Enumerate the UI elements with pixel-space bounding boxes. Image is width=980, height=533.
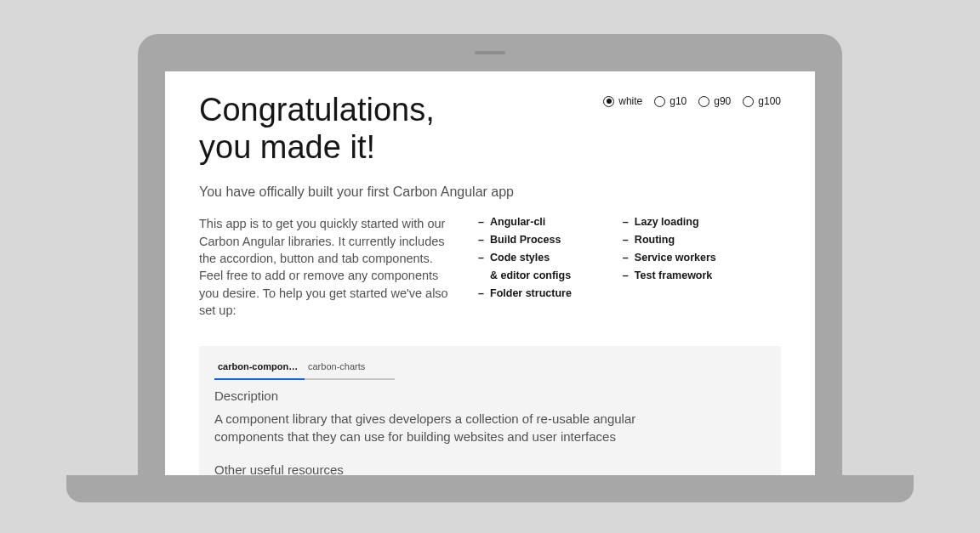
app-screen: Congratulations, you made it! white g10 …: [165, 71, 815, 479]
radio-icon: [603, 96, 614, 107]
radio-label: g100: [758, 95, 781, 107]
tab-panel: carbon-compone… carbon-charts Descriptio…: [199, 346, 781, 479]
tabs: carbon-compone… carbon-charts: [214, 356, 766, 380]
page-title-line1: Congratulations,: [199, 92, 603, 129]
feature-item: Routing: [623, 233, 716, 247]
theme-radio-g90[interactable]: g90: [698, 95, 731, 107]
features-list: Angular-cli Build Process Code styles & …: [478, 215, 781, 319]
feature-item: Test framework: [623, 269, 716, 283]
feature-item-sub: & editor configs: [478, 269, 572, 283]
radio-label: g90: [714, 95, 731, 107]
theme-switcher: white g10 g90 g100: [603, 92, 781, 107]
panel-section-label: Description: [214, 388, 766, 403]
page-title: Congratulations, you made it!: [199, 92, 603, 166]
feature-item: Service workers: [623, 251, 716, 265]
page-title-line2: you made it!: [199, 129, 603, 167]
intro-paragraph: This app is to get you quickly started w…: [199, 215, 454, 319]
radio-icon: [654, 96, 665, 107]
feature-item: Build Process: [478, 233, 572, 247]
features-column-1: Angular-cli Build Process Code styles & …: [478, 215, 572, 319]
feature-item: Code styles: [478, 251, 572, 265]
features-column-2: Lazy loading Routing Service workers Tes…: [623, 215, 716, 319]
tab-carbon-components[interactable]: carbon-compone…: [214, 356, 305, 380]
feature-item: Angular-cli: [478, 215, 572, 230]
radio-icon: [698, 96, 709, 107]
laptop-camera: [475, 51, 505, 54]
laptop-base: [66, 475, 914, 502]
tab-carbon-charts[interactable]: carbon-charts: [305, 356, 395, 380]
radio-label: white: [618, 95, 642, 107]
page-subhead: You have offically built your first Carb…: [199, 184, 781, 200]
theme-radio-white[interactable]: white: [603, 95, 642, 107]
panel-description: A component library that gives developer…: [214, 410, 691, 445]
theme-radio-g100[interactable]: g100: [743, 95, 781, 107]
radio-icon: [743, 96, 754, 107]
laptop-frame: Congratulations, you made it! white g10 …: [138, 34, 842, 479]
feature-item: Folder structure: [478, 286, 572, 301]
radio-label: g10: [669, 95, 687, 107]
theme-radio-g10[interactable]: g10: [654, 95, 687, 107]
feature-item: Lazy loading: [623, 215, 716, 230]
